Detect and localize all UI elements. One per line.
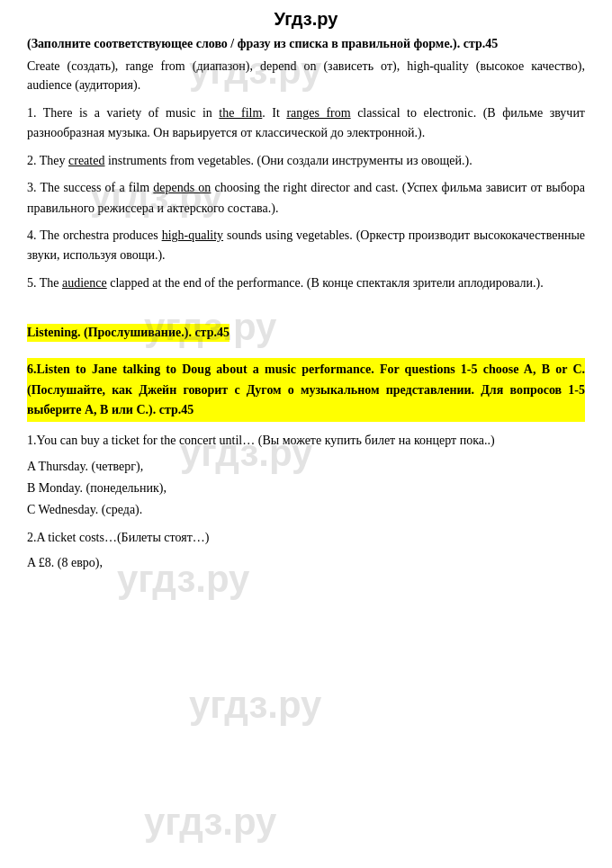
audience-underline: audience (62, 276, 107, 290)
sentence-1: 1. There is a variety of music in the fi… (27, 103, 585, 144)
watermark-6: угдз.ру (189, 684, 321, 727)
page-container: Угдз.ру (Заполните соответствующее слово… (0, 0, 612, 593)
sentence-1-number: 1. (27, 106, 37, 120)
sentence-3: 3. The success of a film depends on choo… (27, 178, 585, 219)
q1-option-b: B Monday. (понедельник), (27, 479, 585, 497)
sentence-5: 5. The audience clapped at the end of th… (27, 273, 585, 293)
sentence-2: 2. They created instruments from vegetab… (27, 151, 585, 171)
q1-number: 1. (27, 434, 37, 447)
listening-header: Listening. (Прослушивание.). стр.45 (27, 324, 230, 342)
sentence-4: 4. The orchestra produces high-quality s… (27, 226, 585, 266)
site-title: Угдз.ру (27, 9, 585, 30)
depends-on-underline: depends on (153, 181, 211, 194)
sentence-4-number: 4. (27, 228, 37, 242)
q1-option-a: A Thursday. (четверг), (27, 457, 585, 476)
created-underline: created (68, 154, 104, 167)
ranges-from: ranges from (286, 106, 350, 120)
q2-option-a: A £8. (8 евро), (27, 553, 585, 572)
sentence-3-number: 3. (27, 181, 37, 194)
listening-section: Listening. (Прослушивание.). стр.45 (27, 308, 585, 349)
watermark-7: угдз.ру (144, 801, 276, 844)
the-film-link: the film (219, 106, 262, 120)
task-header: (Заполните соответствующее слово / фразу… (27, 37, 585, 51)
sentence-5-number: 5. (27, 276, 37, 290)
orchestra-text: orchestra (63, 228, 109, 242)
word-list: Create (создать), range from (диапазон),… (27, 57, 585, 94)
sounds-text: sounds (227, 228, 262, 242)
sentence-2-number: 2. (27, 154, 37, 167)
high-quality-underline: high-quality (162, 228, 223, 242)
q2-number: 2. (27, 531, 37, 544)
question-2: 2.A ticket costs…(Билеты стоят…) (27, 528, 585, 548)
exercise-6-header: 6.Listen to Jane talking to Doug about a… (27, 358, 585, 422)
question-1: 1.You can buy a ticket for the concert u… (27, 431, 585, 451)
q1-option-c: C Wednesday. (среда). (27, 500, 585, 519)
